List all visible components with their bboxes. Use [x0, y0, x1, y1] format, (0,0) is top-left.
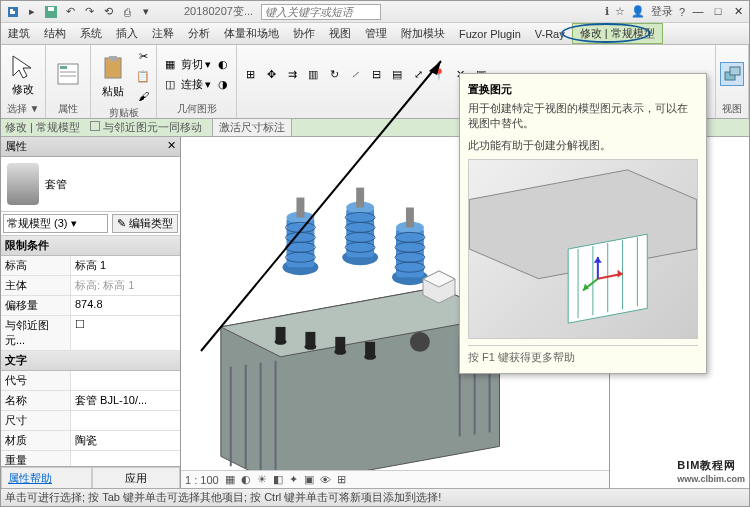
move-with-nearby-checkbox[interactable]: 与邻近图元一同移动 [90, 120, 202, 135]
rotate-icon[interactable]: ↻ [325, 65, 343, 83]
close-button[interactable]: ✕ [731, 5, 745, 19]
array-icon[interactable]: ▤ [388, 65, 406, 83]
svg-point-36 [410, 332, 430, 352]
join-icon[interactable]: ◫ [161, 75, 179, 93]
tab-architecture[interactable]: 建筑 [1, 23, 37, 44]
app-icon[interactable] [5, 4, 21, 20]
render-icon[interactable]: ✦ [289, 473, 298, 486]
properties-button[interactable] [50, 60, 86, 88]
redo-icon[interactable]: ↷ [81, 4, 97, 20]
properties-help-link[interactable]: 属性帮助 [1, 467, 92, 490]
star-icon[interactable]: ☆ [615, 5, 625, 18]
scale-icon[interactable]: ⤢ [409, 65, 427, 83]
property-row[interactable]: 代号 [1, 371, 180, 391]
open-icon[interactable]: ▸ [24, 4, 40, 20]
visual-style-icon[interactable]: ◐ [241, 473, 251, 486]
category-constraints[interactable]: 限制条件 [1, 236, 180, 256]
tab-massing[interactable]: 体量和场地 [217, 23, 286, 44]
shadow-icon[interactable]: ◧ [273, 473, 283, 486]
tab-manage[interactable]: 管理 [358, 23, 394, 44]
reveal-icon[interactable]: ⊞ [337, 473, 346, 486]
ribbon-group-properties: 属性 [46, 45, 91, 118]
view-control-bar: 1 : 100 ▦ ◐ ☀ ◧ ✦ ▣ 👁 ⊞ [181, 470, 609, 488]
split-icon[interactable]: ⊟ [367, 65, 385, 83]
user-icon[interactable]: 👤 [631, 5, 645, 18]
tooltip-title: 置换图元 [468, 82, 698, 97]
svg-rect-10 [730, 67, 740, 75]
properties-footer: 属性帮助 应用 [1, 466, 180, 490]
ribbon-group-geometry: ▦剪切▾ ◫连接▾ ◐ ◑ 几何图形 [157, 45, 237, 118]
titlebar: ▸ ↶ ↷ ⟲ ⎙ ▾ 20180207变... ℹ ☆ 👤 登录 ? — □ … [1, 1, 749, 23]
properties-grid: 限制条件 标高标高 1主体标高: 标高 1偏移量874.8与邻近图元...☐ 文… [1, 236, 180, 466]
crop-icon[interactable]: ▣ [304, 473, 314, 486]
search-input[interactable] [261, 4, 381, 20]
scale-dropdown[interactable]: 1 : 100 [185, 474, 219, 486]
properties-panel: 属性✕ 套管 常规模型 (3) ▾ ✎ 编辑类型 限制条件 标高标高 1主体标高… [1, 137, 181, 490]
offset-icon[interactable]: ⇉ [283, 65, 301, 83]
property-row[interactable]: 重量 [1, 451, 180, 466]
ribbon-group-clipboard: 粘贴 ✂ 📋 🖌 剪贴板 [91, 45, 157, 118]
match-icon[interactable]: 🖌 [134, 87, 152, 105]
tab-addins[interactable]: 附加模块 [394, 23, 452, 44]
cope-icon[interactable]: ▦ [161, 55, 179, 73]
tab-analyze[interactable]: 分析 [181, 23, 217, 44]
tooltip-displace: 置换图元 用于创建特定于视图的模型图元表示，可以在视图中替代。 此功能有助于创建… [459, 73, 707, 374]
svg-rect-33 [335, 337, 345, 352]
tab-view[interactable]: 视图 [322, 23, 358, 44]
move-icon[interactable]: ✥ [262, 65, 280, 83]
paste-button[interactable]: 粘贴 [95, 54, 131, 99]
panel-close-icon[interactable]: ✕ [167, 139, 176, 154]
pin-icon[interactable]: 📍 [430, 65, 448, 83]
category-text[interactable]: 文字 [1, 351, 180, 371]
sync-icon[interactable]: ⟲ [100, 4, 116, 20]
property-row[interactable]: 主体标高: 标高 1 [1, 276, 180, 296]
sun-icon[interactable]: ☀ [257, 473, 267, 486]
property-row[interactable]: 标高标高 1 [1, 256, 180, 276]
svg-rect-2 [48, 7, 54, 11]
modify-button[interactable]: 修改 [5, 52, 41, 97]
maximize-button[interactable]: □ [711, 5, 725, 19]
property-row[interactable]: 尺寸 [1, 411, 180, 431]
property-row[interactable]: 名称套管 BJL-10/... [1, 391, 180, 411]
displace-elements-button[interactable] [720, 62, 744, 86]
cut-icon[interactable]: ✂ [134, 47, 152, 65]
tab-insert[interactable]: 插入 [109, 23, 145, 44]
copy-icon[interactable]: 📋 [134, 67, 152, 85]
tab-structure[interactable]: 结构 [37, 23, 73, 44]
print-icon[interactable]: ⎙ [119, 4, 135, 20]
undo-icon[interactable]: ↶ [62, 4, 78, 20]
geo1-icon[interactable]: ◐ [214, 55, 232, 73]
hide-icon[interactable]: 👁 [320, 474, 331, 486]
minimize-button[interactable]: — [691, 5, 705, 19]
tab-collab[interactable]: 协作 [286, 23, 322, 44]
login-link[interactable]: 登录 [651, 4, 673, 19]
document-title: 20180207变... [184, 4, 253, 19]
tab-annotate[interactable]: 注释 [145, 23, 181, 44]
apply-button[interactable]: 应用 [92, 467, 180, 490]
tab-vray[interactable]: V-Ray [528, 23, 572, 44]
svg-rect-6 [60, 75, 76, 77]
qat-dropdown-icon[interactable]: ▾ [138, 4, 154, 20]
tab-fuzor[interactable]: Fuzor Plugin [452, 23, 528, 44]
selection-dropdown[interactable]: 常规模型 (3) ▾ [3, 214, 108, 233]
geo2-icon[interactable]: ◑ [214, 75, 232, 93]
property-row[interactable]: 材质陶瓷 [1, 431, 180, 451]
align-icon[interactable]: ⊞ [241, 65, 259, 83]
info-icon[interactable]: ℹ [605, 5, 609, 18]
tab-systems[interactable]: 系统 [73, 23, 109, 44]
viewcube[interactable] [419, 267, 459, 307]
property-row[interactable]: 与邻近图元...☐ [1, 316, 180, 351]
edit-type-button[interactable]: ✎ 编辑类型 [112, 214, 178, 233]
mirror-icon[interactable]: ▥ [304, 65, 322, 83]
tab-modify[interactable]: 修改 | 常规模型 [572, 23, 663, 44]
help-icon[interactable]: ? [679, 6, 685, 18]
type-selector[interactable]: 套管 [1, 157, 180, 212]
activate-dims-button[interactable]: 激活尺寸标注 [212, 118, 292, 137]
property-row[interactable]: 偏移量874.8 [1, 296, 180, 316]
svg-rect-8 [109, 56, 117, 61]
ribbon-group-view: 视图 [716, 45, 749, 118]
save-icon[interactable] [43, 4, 59, 20]
tooltip-desc1: 用于创建特定于视图的模型图元表示，可以在视图中替代。 [468, 101, 698, 132]
trim-icon[interactable]: ⟋ [346, 65, 364, 83]
detail-icon[interactable]: ▦ [225, 473, 235, 486]
